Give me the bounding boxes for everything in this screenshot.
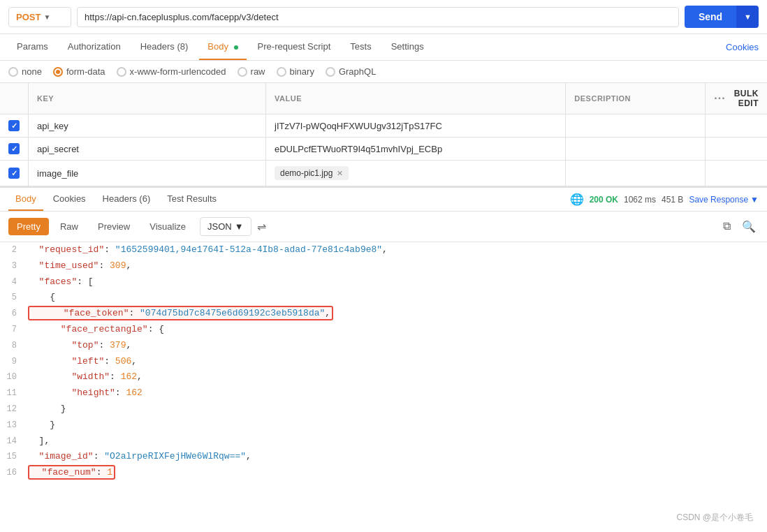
table-row: api_key jITzV7I-pWQoqHFXWUUgv312jTpS17FC	[0, 114, 767, 138]
line-number: 16	[0, 466, 28, 480]
response-status: 🌐 200 OK 1062 ms 451 B Save Response ▼	[570, 193, 759, 206]
line-content: }	[28, 418, 767, 433]
bulk-edit-label[interactable]: Bulk Edit	[734, 89, 759, 108]
line-content: {	[28, 290, 767, 305]
line-content: "height": 162	[28, 386, 767, 401]
row-key: image_file	[29, 161, 266, 186]
url-input[interactable]	[77, 7, 679, 27]
bulk-edit-icon[interactable]: ···	[714, 92, 725, 105]
line-number: 11	[0, 386, 28, 401]
status-code: 200 OK	[590, 195, 618, 205]
body-type-graphql[interactable]: GraphQL	[326, 66, 376, 77]
view-tab-raw[interactable]: Raw	[52, 218, 87, 235]
json-output[interactable]: 2 "request_id": "1652599401,94e1764I-512…	[0, 242, 767, 532]
form-data-table: KEY VALUE DESCRIPTION ··· Bulk Edit	[0, 83, 767, 186]
radio-none	[8, 67, 18, 77]
response-tab-nav: Body Cookies Headers (6) Test Results 🌐 …	[0, 188, 767, 212]
method-label: POST	[16, 12, 41, 22]
json-line: 10 "width": 162,	[0, 369, 767, 385]
line-number: 2	[0, 243, 28, 258]
response-section: Body Cookies Headers (6) Test Results 🌐 …	[0, 188, 767, 532]
tab-params[interactable]: Params	[8, 34, 57, 60]
row-description	[566, 114, 706, 138]
body-type-none[interactable]: none	[8, 66, 42, 77]
json-line: 7 "face_rectangle": {	[0, 322, 767, 338]
body-type-formdata[interactable]: form-data	[53, 66, 105, 77]
tab-tests[interactable]: Tests	[342, 34, 379, 60]
res-tab-test-results[interactable]: Test Results	[160, 188, 224, 211]
format-selector[interactable]: JSON ▼	[200, 217, 251, 236]
radio-binary	[277, 67, 286, 77]
line-content: }	[28, 402, 767, 417]
line-number: 4	[0, 275, 28, 290]
label-formdata: form-data	[66, 66, 105, 77]
highlight-box: "face_token": "074d75bd7c8475e6d69192c3e…	[28, 306, 333, 320]
save-response-button[interactable]: Save Response ▼	[689, 195, 759, 205]
view-actions: ⧉ 🔍	[720, 217, 759, 236]
line-content: "request_id": "1652599401,94e1764I-512a-…	[28, 243, 767, 258]
tab-body[interactable]: Body	[199, 34, 246, 60]
row-checkbox[interactable]	[8, 168, 20, 179]
request-tab-nav: Params Authorization Headers (8) Body Pr…	[0, 34, 767, 61]
json-line: 2 "request_id": "1652599401,94e1764I-512…	[0, 242, 767, 258]
json-line: 16 "face_num": 1	[0, 465, 767, 481]
res-tab-headers[interactable]: Headers (6)	[96, 188, 158, 211]
tab-authorization[interactable]: Authorization	[59, 34, 129, 60]
line-content: "face_rectangle": {	[28, 323, 767, 337]
table-row: api_secret eDULPcfETWuoRT9I4q51mvhIVpj_E…	[0, 138, 767, 161]
method-selector[interactable]: POST ▼	[8, 7, 71, 27]
row-actions	[706, 161, 767, 186]
send-dropdown-button[interactable]: ▼	[736, 6, 759, 28]
body-type-raw[interactable]: raw	[238, 66, 265, 77]
line-number: 6	[0, 306, 28, 321]
th-key: KEY	[29, 83, 266, 114]
line-number: 8	[0, 339, 28, 353]
res-tab-cookies[interactable]: Cookies	[46, 188, 93, 211]
res-tab-body[interactable]: Body	[8, 188, 43, 211]
copy-icon[interactable]: ⧉	[720, 217, 733, 236]
value-text: eDULPcfETWuoRT9I4q51mvhIVpj_ECBp	[275, 144, 442, 154]
line-content: ],	[28, 434, 767, 449]
json-line: 4 "faces": [	[0, 274, 767, 290]
line-content: "image_id": "O2alrpeRIXFejHWe6WlRqw==",	[28, 450, 767, 464]
tab-headers[interactable]: Headers (8)	[132, 34, 197, 60]
row-actions	[706, 114, 767, 138]
wrap-icon[interactable]: ⇌	[254, 217, 269, 236]
line-number: 13	[0, 418, 28, 433]
view-tab-preview[interactable]: Preview	[89, 218, 138, 235]
tab-prerequest-script[interactable]: Pre-request Script	[249, 34, 339, 60]
search-icon[interactable]: 🔍	[739, 217, 759, 236]
row-key: api_key	[29, 114, 266, 138]
json-line: 14 ],	[0, 434, 767, 450]
view-tab-visualize[interactable]: Visualize	[141, 218, 194, 235]
table-row: image_file demo-pic1.jpg✕	[0, 161, 767, 186]
line-content: "time_used": 309,	[28, 259, 767, 274]
th-value: VALUE	[266, 83, 566, 114]
line-number: 15	[0, 450, 28, 464]
row-checkbox[interactable]	[8, 143, 20, 154]
watermark: CSDN @是个小卷毛	[676, 512, 753, 524]
row-key: api_secret	[29, 138, 266, 161]
body-type-urlencoded[interactable]: x-www-form-urlencoded	[117, 66, 226, 77]
main-container: POST ▼ Send ▼ Params Authorization Heade…	[0, 0, 767, 532]
send-button-group: Send ▼	[685, 6, 759, 28]
response-time: 1062 ms	[624, 195, 656, 205]
format-chevron-icon: ▼	[235, 221, 244, 232]
remove-file-icon[interactable]: ✕	[337, 169, 343, 178]
line-content: "face_token": "074d75bd7c8475e6d69192c3e…	[28, 306, 767, 321]
body-type-binary[interactable]: binary	[277, 66, 314, 77]
view-tab-pretty[interactable]: Pretty	[8, 218, 49, 235]
row-checkbox[interactable]	[8, 120, 20, 131]
row-checkbox-cell	[0, 114, 29, 138]
send-button[interactable]: Send	[685, 6, 736, 28]
cookies-link[interactable]: Cookies	[726, 35, 759, 59]
line-content: "width": 162,	[28, 370, 767, 385]
value-text: jITzV7I-pWQoqHFXWUUgv312jTpS17FC	[275, 121, 442, 131]
highlight-box: "face_num": 1	[28, 465, 115, 480]
tab-settings[interactable]: Settings	[383, 34, 432, 60]
json-line: 6 "face_token": "074d75bd7c8475e6d69192c…	[0, 306, 767, 322]
th-description: DESCRIPTION	[566, 83, 706, 114]
line-number: 14	[0, 434, 28, 449]
line-number: 9	[0, 355, 28, 369]
th-actions: ··· Bulk Edit	[706, 83, 767, 114]
